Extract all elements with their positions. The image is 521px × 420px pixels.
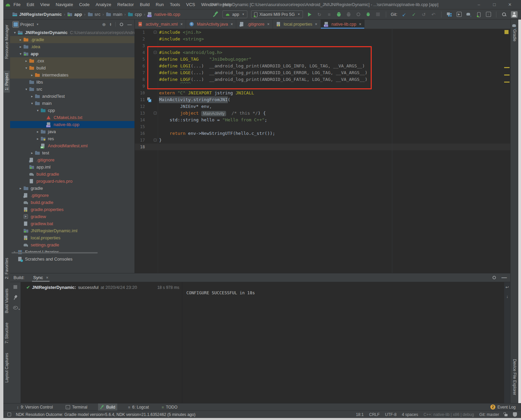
profile-avatar[interactable] (511, 11, 518, 18)
tree-collapse-arrow-icon[interactable]: ▾ (35, 109, 40, 112)
debug-button[interactable] (336, 11, 342, 18)
tree-row-build[interactable]: ▾build (10, 64, 134, 71)
tree-expand-arrow-icon[interactable]: ▸ (18, 45, 23, 49)
code-line-18[interactable]: 18 (135, 144, 510, 150)
menu-file[interactable]: File (13, 2, 21, 7)
tree-row-intermediates[interactable]: ▸intermediates (10, 71, 134, 79)
scroll-to-end-icon[interactable]: ↓ (506, 294, 508, 299)
tab-gitignore[interactable]: .gitignore× (236, 20, 273, 29)
tool-window-button-build[interactable]: Build (98, 403, 117, 411)
tree-row-jniregisterdynamic[interactable]: ▾JNIRegisterDynamicC:\Users\asura\source… (10, 29, 134, 36)
menu-navigate[interactable]: Navigate (56, 2, 73, 7)
tree-row-app-iml[interactable]: app.iml (10, 163, 134, 171)
breadcrumb-app[interactable]: app (67, 12, 82, 17)
git-history-button[interactable]: ↺ (421, 11, 427, 18)
tool-window-button-1-project[interactable]: 1: Project (4, 71, 10, 93)
apply-changes-button[interactable]: ↻ (316, 11, 323, 18)
breadcrumb-main[interactable]: main (106, 12, 122, 17)
tree-row-jniregisterdynamic-iml[interactable]: JNIRegisterDynamic.iml (10, 227, 134, 234)
tree-row-gitignore[interactable]: .gitignore (10, 156, 134, 163)
menu-tools[interactable]: Tools (170, 2, 180, 7)
stop-build-icon[interactable] (13, 285, 17, 289)
menu-build[interactable]: Build (140, 2, 150, 7)
tab-native-lib-cpp[interactable]: native-lib.cpp× (321, 20, 365, 29)
git-rollback-button[interactable]: ↶ (430, 11, 436, 18)
tree-expand-arrow-icon[interactable]: ▸ (29, 73, 35, 77)
view-options-eye-icon[interactable] (13, 306, 18, 309)
locate-file-button[interactable]: ⊕ (102, 22, 106, 27)
tree-collapse-arrow-icon[interactable]: ▾ (18, 52, 23, 56)
git-update-button[interactable]: ↙ (401, 11, 407, 18)
hide-panel-button[interactable]: — (501, 275, 507, 281)
readonly-lock-icon[interactable] (504, 414, 508, 416)
tree-row-gradlew-bat[interactable]: gradlew.bat (10, 220, 134, 227)
menu-edit[interactable]: Edit (27, 2, 34, 7)
run-configuration-dropdown[interactable]: app ▼ (222, 10, 247, 18)
code-line-10[interactable]: 10extern "C" JNIEXPORT jstring JNICALL (135, 90, 510, 96)
tree-row-gradle[interactable]: ▸gradle (10, 185, 134, 192)
tree-collapse-arrow-icon[interactable]: ▾ (29, 101, 35, 105)
tree-expand-arrow-icon[interactable]: ▸ (18, 38, 23, 41)
tree-row-build-gradle[interactable]: build.gradle (10, 199, 134, 206)
tree-row-androidmanifest-xml[interactable]: AndroidManifest.xml (10, 142, 134, 149)
tree-expand-arrow-icon[interactable]: ▸ (18, 186, 23, 190)
avd-manager-button[interactable] (476, 11, 482, 18)
tree-row-native-lib-cpp[interactable]: native-lib.cpp (10, 121, 134, 128)
search-everywhere-button[interactable] (501, 11, 507, 18)
breadcrumb-cpp[interactable]: cpp (128, 12, 142, 17)
file-encoding[interactable]: UTF-8 (385, 412, 397, 417)
gradle-sync-button[interactable] (466, 11, 472, 18)
tree-expand-arrow-icon[interactable]: ▸ (29, 151, 35, 155)
tab-local-properties[interactable]: local.properties× (273, 20, 321, 29)
code-line-12[interactable]: 12 JNIEnv* env, (135, 103, 510, 110)
profiler-button[interactable] (356, 11, 362, 18)
tree-collapse-arrow-icon[interactable]: ▾ (24, 66, 29, 70)
git-commit-button[interactable]: ✓ (411, 11, 417, 18)
profile-app-button[interactable] (365, 11, 371, 18)
tree-row-libs[interactable]: libs (10, 79, 134, 86)
code-line-17[interactable]: 17-} (135, 137, 510, 144)
tool-window-button-device-file-explorer[interactable]: Device File Explorer (512, 357, 518, 397)
settings-gear-icon[interactable] (493, 276, 496, 279)
line-separator[interactable]: CRLF (369, 412, 379, 417)
tree-row-scratches-and-consoles[interactable]: Scratches and Consoles (10, 256, 134, 263)
tab-activity-main-xml[interactable]: activity_main.xml× (135, 20, 186, 29)
code-line-1[interactable]: 1-#include <jni.h> (135, 29, 510, 36)
collapse-all-button[interactable]: ▴▾ (110, 23, 111, 26)
git-branch[interactable]: Git: master (479, 412, 499, 417)
tree-row-gitignore[interactable]: .gitignore (10, 192, 134, 199)
tree-row-gradle-properties[interactable]: gradle.properties (10, 206, 134, 213)
close-button[interactable] (504, 0, 516, 9)
fold-marker-icon[interactable]: - (154, 112, 157, 115)
soft-wrap-icon[interactable]: ↩ (505, 285, 509, 290)
breadcrumb-src[interactable]: src (88, 12, 100, 17)
tree-row-java[interactable]: ▸java (10, 128, 134, 135)
settings-gear-icon[interactable] (120, 23, 123, 26)
menu-analyze[interactable]: Analyze (96, 2, 111, 7)
tree-row-main[interactable]: ▾main (10, 100, 134, 107)
apply-code-changes-button[interactable]: ≡ (326, 11, 332, 18)
tree-row-idea[interactable]: ▸.idea (10, 43, 134, 50)
tree-row-test[interactable]: ▸test (10, 149, 134, 156)
hide-panel-button[interactable]: — (127, 22, 132, 27)
event-log-button[interactable]: 2 Event Log (490, 404, 521, 410)
inspection-status-marker[interactable] (504, 30, 509, 34)
tree-row-cmakelists-txt[interactable]: CMakeLists.txt (10, 114, 134, 121)
tab-mainactivity-java[interactable]: MainActivity.java× (186, 20, 236, 29)
chevron-down-icon[interactable]: ▼ (36, 23, 39, 26)
stop-button[interactable] (375, 11, 381, 18)
menu-view[interactable]: View (40, 2, 50, 7)
tool-window-button-7-structure[interactable]: 7: Structure (4, 320, 10, 346)
build-status-row[interactable]: ✔ JNIRegisterDynamic: successful at 2020… (21, 282, 182, 290)
tree-row-gradle[interactable]: ▸.gradle (10, 36, 134, 43)
tree-row-app[interactable]: ▾app (10, 50, 134, 57)
code-line-2[interactable]: 2#include <string> (135, 36, 510, 42)
tree-row-build-gradle[interactable]: build.gradle (10, 171, 134, 178)
tree-row-local-properties[interactable]: local.properties (10, 234, 134, 241)
close-tab-icon[interactable]: × (359, 22, 361, 27)
close-tab-icon[interactable]: × (180, 22, 183, 27)
highlighting-level-icon[interactable] (513, 412, 517, 417)
menu-code[interactable]: Code (79, 2, 90, 7)
tool-window-button-2-favorites[interactable]: 2: Favorites (4, 256, 10, 281)
tree-expand-arrow-icon[interactable]: ▸ (29, 94, 35, 98)
